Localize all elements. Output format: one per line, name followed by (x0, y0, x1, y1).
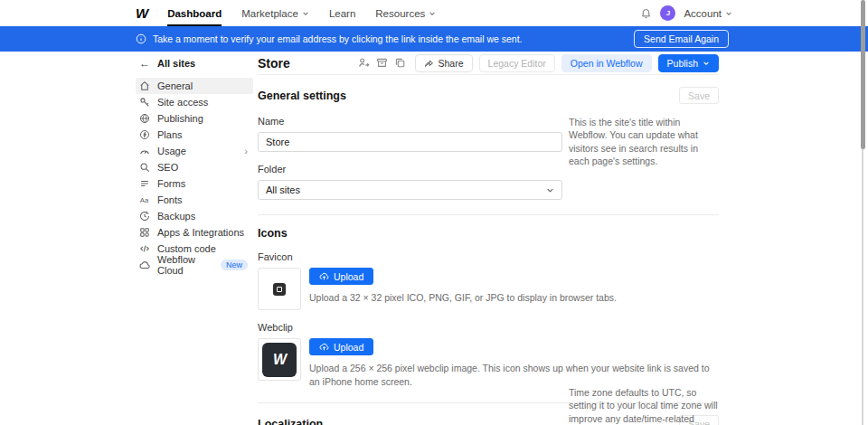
nav-item-marketplace[interactable]: Marketplace (241, 0, 309, 26)
plans-icon (139, 129, 150, 140)
webclip-upload-button[interactable]: Upload (309, 338, 373, 355)
scrollbar-thumb[interactable] (861, 0, 865, 149)
nav-item-resources[interactable]: Resources (375, 0, 436, 26)
send-email-again-button[interactable]: Send Email Again (634, 30, 729, 48)
webflow-site-settings-page: W Dashboard Marketplace Learn Resources … (0, 0, 868, 425)
chevron-down-icon (703, 60, 710, 67)
archive-icon[interactable] (376, 57, 388, 69)
favicon-label: Favicon (258, 251, 719, 262)
top-nav: W Dashboard Marketplace Learn Resources … (0, 0, 868, 26)
sidebar-item-publishing[interactable]: Publishing (136, 110, 253, 127)
default-favicon-image (273, 283, 286, 296)
chevron-down-icon (725, 10, 732, 17)
back-to-all-sites[interactable]: ← All sites (136, 52, 253, 75)
legacy-editor-button[interactable]: Legacy Editor (479, 54, 555, 72)
open-in-webflow-button[interactable]: Open in Webflow (561, 54, 652, 72)
timezone-help-text: Time zone defaults to UTC, so setting it… (569, 386, 719, 425)
account-menu[interactable]: Account (684, 8, 732, 19)
section-title: General settings (258, 90, 346, 102)
webclip-label: Webclip (258, 322, 719, 333)
sidebar-item-plans[interactable]: Plans (136, 127, 253, 143)
forms-icon (139, 178, 150, 189)
favicon-upload-button[interactable]: Upload (309, 268, 373, 285)
chevron-down-icon (429, 10, 436, 17)
page-title: Store (258, 56, 290, 71)
webclip-help-text: Upload a 256 × 256 pixel webclip image. … (309, 362, 719, 388)
svg-text:Aa: Aa (140, 196, 149, 204)
section-title: Icons (258, 227, 288, 240)
sidebar-item-webflow-cloud[interactable]: Webflow Cloud New (136, 257, 253, 273)
code-icon (139, 243, 150, 254)
info-icon (136, 33, 146, 44)
site-name-input[interactable] (258, 132, 562, 152)
chevron-down-icon (302, 10, 309, 17)
general-settings-header: General settings Save (258, 87, 719, 104)
back-arrow-icon: ← (139, 57, 150, 70)
new-badge: New (221, 260, 248, 270)
user-avatar[interactable]: J (660, 5, 675, 21)
webclip-webflow-logo-image: W (262, 343, 297, 377)
section-title: Localization (258, 418, 323, 425)
chevron-down-icon (546, 186, 554, 194)
folder-select[interactable]: All sites (258, 180, 562, 200)
settings-sidebar: ← All sites General Site access Publishi… (136, 52, 253, 273)
webclip-preview: W (258, 338, 301, 381)
upload-cloud-icon (319, 271, 329, 281)
sidebar-item-usage[interactable]: Usage › (136, 143, 253, 159)
favicon-help-text: Upload a 32 × 32 pixel ICO, PNG, GIF, or… (309, 291, 617, 305)
chevron-right-icon: › (244, 146, 248, 156)
section-divider (258, 214, 719, 215)
upload-cloud-icon (319, 342, 329, 352)
fonts-icon: Aa (139, 194, 150, 205)
share-button[interactable]: Share (415, 54, 473, 72)
apps-icon (139, 227, 150, 238)
sidebar-item-general[interactable]: General (136, 78, 253, 94)
webflow-logo-icon[interactable]: W (136, 5, 147, 21)
main-content: Store Share Legacy Editor Open in Webflo… (258, 52, 719, 425)
nav-item-learn[interactable]: Learn (329, 0, 355, 26)
nav-item-dashboard[interactable]: Dashboard (167, 0, 222, 26)
sidebar-item-seo[interactable]: SEO (136, 159, 253, 175)
share-arrow-icon (424, 58, 434, 68)
publish-button[interactable]: Publish (658, 54, 719, 72)
sidebar-item-backups[interactable]: Backups (136, 208, 253, 224)
sidebar-item-site-access[interactable]: Site access (136, 94, 253, 110)
cloud-icon (139, 260, 150, 270)
search-icon (139, 162, 150, 173)
favicon-preview (258, 268, 301, 310)
duplicate-icon[interactable] (394, 57, 406, 69)
sidebar-item-apps-integrations[interactable]: Apps & Integrations (136, 224, 253, 241)
key-icon (139, 97, 150, 108)
globe-icon (139, 113, 150, 124)
notifications-bell-icon[interactable] (640, 7, 652, 20)
sidebar-item-fonts[interactable]: Aa Fonts (136, 192, 253, 208)
email-verification-banner: Take a moment to verify your email addre… (0, 26, 868, 52)
icons-header: Icons (258, 227, 719, 240)
general-save-button[interactable]: Save (679, 87, 719, 104)
history-icon (139, 211, 150, 222)
transfer-site-icon[interactable] (358, 57, 370, 69)
home-icon (139, 80, 150, 91)
name-help-text: This is the site's title within Webflow.… (569, 116, 719, 168)
banner-message: Take a moment to verify your email addre… (153, 33, 523, 44)
gauge-icon (139, 146, 150, 156)
sidebar-item-forms[interactable]: Forms (136, 175, 253, 192)
site-header: Store Share Legacy Editor Open in Webflo… (258, 52, 719, 75)
